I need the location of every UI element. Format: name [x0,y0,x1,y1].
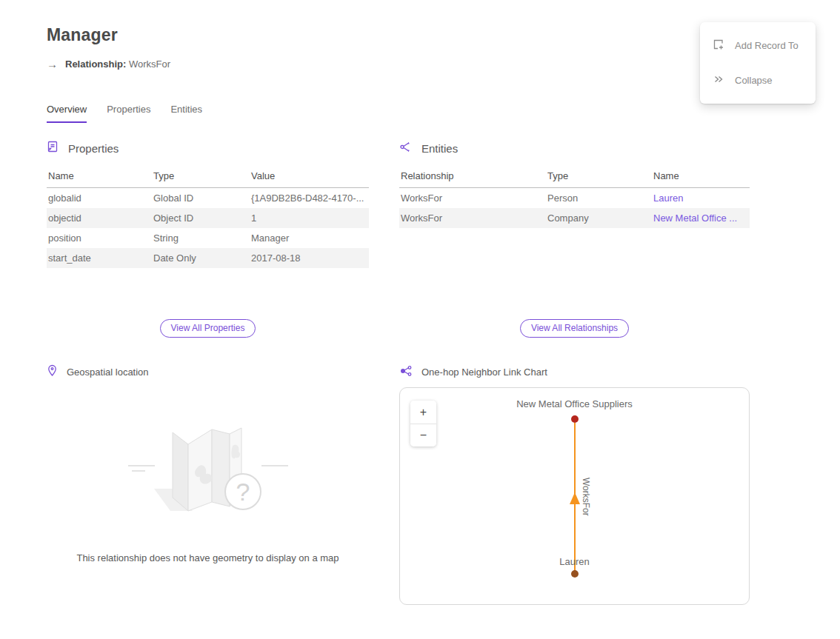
menu-item-add-record-to[interactable]: Add Record To [700,28,816,63]
subtitle-text: Relationship: WorksFor [65,58,170,70]
map-pin-icon [47,364,58,379]
tab-entities[interactable]: Entities [170,104,202,123]
detail-tabs: Overview Properties Entities [47,104,840,123]
section-title: Entities [421,142,458,155]
column-header: Type [546,166,652,188]
entity-link-lauren[interactable]: Lauren [653,193,683,204]
table-header-row: Relationship Type Name [399,166,750,188]
entities-section: Entities Relationship Type Name WorksFor [399,141,750,319]
entities-section-header: Entities [399,141,750,155]
entity-link-new-metal-office[interactable]: New Metal Office ... [653,213,737,224]
map-placeholder-graphic: ? [124,424,292,518]
column-header: Name [47,166,152,188]
section-title: Properties [68,142,119,155]
edge-arrowhead [570,492,580,504]
menu-item-collapse[interactable]: Collapse [700,63,816,98]
add-record-icon [712,38,725,53]
view-all-properties-button[interactable]: View All Properties [160,319,256,338]
table-row: globalid Global ID {1A9DB2B6-D482-4170-.… [47,188,369,209]
link-chart-container: + − New Metal Office Suppliers WorksFor … [399,387,750,605]
table-row: start_date Date Only 2017-08-18 [47,248,369,268]
link-chart-section-header: One-hop Neighbor Link Chart [399,364,750,379]
menu-item-label: Add Record To [735,40,799,51]
properties-icon [47,141,59,155]
column-header: Relationship [399,166,546,188]
node-company[interactable] [571,415,579,423]
properties-section: Properties Name Type Value globalid [47,141,369,319]
question-mark-glyph: ? [236,478,250,506]
collapse-icon [712,73,725,88]
relationships-button-row: View All Relationships [399,319,750,338]
column-header: Type [152,166,250,188]
menu-item-label: Collapse [735,75,773,86]
section-title: One-hop Neighbor Link Chart [421,367,547,378]
record-detail-page: Add Record To Collapse Manager → Relatio… [0,0,840,639]
column-header: Name [652,166,750,188]
edge-label: WorksFor [581,478,591,516]
entities-table: Relationship Type Name WorksFor Person L… [399,166,750,228]
node-person[interactable] [571,570,579,578]
table-row: objectid Object ID 1 [47,208,369,228]
link-chart-icon [399,365,413,379]
zoom-out-button[interactable]: − [410,424,436,446]
view-all-relationships-button[interactable]: View All Relationships [520,319,629,338]
record-options-menu: Add Record To Collapse [700,22,816,104]
tab-overview[interactable]: Overview [47,104,87,123]
geospatial-section-header: Geospatial location [47,364,369,379]
table-row: position String Manager [47,228,369,248]
tab-properties[interactable]: Properties [107,104,150,123]
column-header: Value [250,166,369,188]
table-row: WorksFor Company New Metal Office ... [399,208,750,228]
properties-section-header: Properties [47,141,369,155]
link-chart-canvas[interactable]: + − New Metal Office Suppliers WorksFor … [399,387,750,605]
section-title: Geospatial location [67,367,149,378]
geospatial-empty-state: ? This relationship does not have geomet… [47,387,369,605]
node-label-person: Lauren [400,556,749,567]
node-label-company: New Metal Office Suppliers [400,398,749,409]
geospatial-empty-message: This relationship does not have geometry… [76,552,339,563]
table-row: WorksFor Person Lauren [399,188,750,209]
properties-table: Name Type Value globalid Global ID {1A9D… [47,166,369,268]
table-header-row: Name Type Value [47,166,369,188]
entities-icon [399,141,413,155]
right-arrow-icon: → [47,58,58,70]
properties-button-row: View All Properties [47,319,369,338]
